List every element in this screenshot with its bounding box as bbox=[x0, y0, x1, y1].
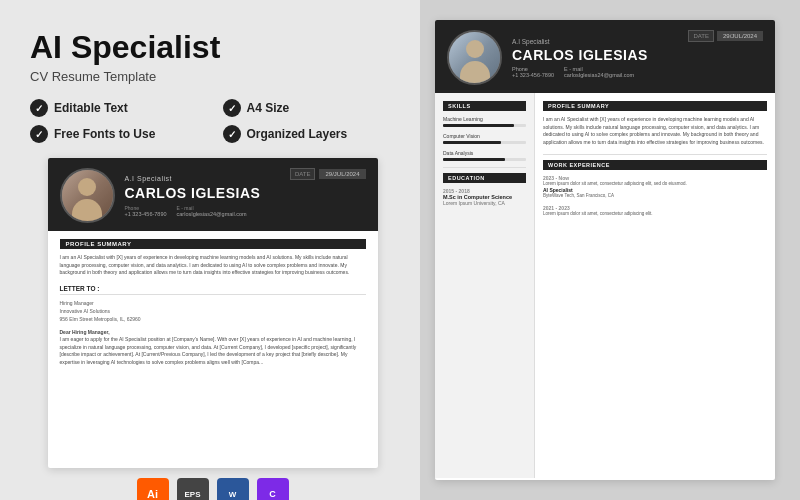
skill-cv-bar-fill bbox=[443, 141, 501, 144]
cvr-email: E - mail carlosIglesias24@gmail.com bbox=[564, 66, 634, 78]
tool-icons-row: Ai EPS W C bbox=[30, 478, 395, 500]
skill-da-bar-fill bbox=[443, 158, 505, 161]
cvr-date-label: DATE bbox=[688, 30, 714, 42]
profile-text: I am an AI Specialist with [X] years of … bbox=[60, 254, 366, 277]
skill-ml-bar-fill bbox=[443, 124, 514, 127]
cvr-profile-text: I am an AI Specialist with [X] years of … bbox=[543, 116, 767, 146]
avatar-image bbox=[62, 170, 113, 221]
cv-date-area: DATE 29/JUL/2024 bbox=[290, 168, 366, 180]
work-title: WORK EXPERIENCE bbox=[543, 160, 767, 170]
cvr-phone: Phone +1 323-456-7890 bbox=[512, 66, 554, 78]
cvr-avatar-image bbox=[449, 32, 500, 83]
feature-free-fonts: ✓ Free Fonts to Use bbox=[30, 125, 203, 143]
skill-cv-bar-bg bbox=[443, 141, 526, 144]
skill-ml: Machine Learning bbox=[443, 116, 526, 127]
page-title: AI Specialist bbox=[30, 30, 395, 65]
cv-preview-left: A.I Specialist CARLOS IGLESIAS Phone +1 … bbox=[48, 158, 378, 468]
cv-contact: Phone +1 323-456-7890 E - mail carlosIgl… bbox=[125, 205, 366, 217]
cvr-header: A.I Specialist CARLOS IGLESIAS Phone +1 … bbox=[435, 20, 775, 93]
cv-header: A.I Specialist CARLOS IGLESIAS Phone +1 … bbox=[48, 158, 378, 231]
cvr-main-content: PROFILE SUMMARY I am an AI Specialist wi… bbox=[535, 93, 775, 478]
feature-a4-size: ✓ A4 Size bbox=[223, 99, 396, 117]
feature-label-fonts: Free Fonts to Use bbox=[54, 127, 155, 141]
cvr-date-area: DATE 29/JUL/2024 bbox=[688, 30, 763, 42]
tool-canva-icon: C bbox=[257, 478, 289, 500]
skill-cv-name: Computer Vision bbox=[443, 133, 526, 139]
education-title: EDUCATION bbox=[443, 173, 526, 183]
feature-editable-text: ✓ Editable Text bbox=[30, 99, 203, 117]
skill-ml-name: Machine Learning bbox=[443, 116, 526, 122]
title-section: AI Specialist CV Resume Template bbox=[30, 30, 395, 84]
left-panel: AI Specialist CV Resume Template ✓ Edita… bbox=[0, 0, 420, 500]
cv-header-text: A.I Specialist CARLOS IGLESIAS Phone +1 … bbox=[125, 175, 366, 217]
letter-body: Dear Hiring Manager, I am eager to apply… bbox=[60, 329, 366, 367]
cvr-contact: Phone +1 323-456-7890 E - mail carlosIgl… bbox=[512, 66, 763, 78]
work-company-0: ByteWave Tech, San Francisco, CA bbox=[543, 193, 767, 199]
tool-eps-icon: EPS bbox=[177, 478, 209, 500]
cvr-header-info: A.I Specialist CARLOS IGLESIAS Phone +1 … bbox=[512, 38, 763, 78]
feature-organized-layers: ✓ Organized Layers bbox=[223, 125, 396, 143]
letter-address: Hiring ManagerInnovative AI Solutions956… bbox=[60, 299, 366, 323]
skills-title: SKILLS bbox=[443, 101, 526, 111]
feature-label-layers: Organized Layers bbox=[247, 127, 348, 141]
letter-section: LETTER TO : Hiring ManagerInnovative AI … bbox=[60, 285, 366, 367]
check-icon-fonts: ✓ bbox=[30, 125, 48, 143]
features-grid: ✓ Editable Text ✓ A4 Size ✓ Free Fonts t… bbox=[30, 99, 395, 143]
cv-email: E - mail carlosIglesias24@gmail.com bbox=[177, 205, 247, 217]
feature-label-a4: A4 Size bbox=[247, 101, 290, 115]
cvr-phone-label: Phone bbox=[512, 66, 528, 72]
tool-illustrator-icon: Ai bbox=[137, 478, 169, 500]
work-item-0: 2023 - Now Lorem ipsum dolor sit amet, c… bbox=[543, 175, 767, 200]
page-subtitle: CV Resume Template bbox=[30, 69, 395, 84]
cvr-body: SKILLS Machine Learning Computer Vision bbox=[435, 93, 775, 478]
check-icon-editable: ✓ bbox=[30, 99, 48, 117]
cv-body: PROFILE SUMMARY I am an AI Specialist wi… bbox=[48, 231, 378, 374]
phone-label: Phone bbox=[125, 205, 139, 211]
cv-phone: Phone +1 323-456-7890 bbox=[125, 205, 167, 217]
edu-school: Lorem Ipsum University, CA bbox=[443, 200, 526, 206]
check-icon-layers: ✓ bbox=[223, 125, 241, 143]
edu-item-0: 2015 - 2018 M.Sc in Computer Science Lor… bbox=[443, 188, 526, 206]
skill-ml-bar-bg bbox=[443, 124, 526, 127]
skill-da-bar-bg bbox=[443, 158, 526, 161]
skill-da-name: Data Analysis bbox=[443, 150, 526, 156]
divider bbox=[443, 167, 526, 168]
cvr-avatar bbox=[447, 30, 502, 85]
cvr-date-value: 29/JUL/2024 bbox=[717, 31, 763, 41]
main-divider bbox=[543, 154, 767, 155]
feature-label-editable: Editable Text bbox=[54, 101, 128, 115]
email-label: E - mail bbox=[177, 205, 194, 211]
letter-title: LETTER TO : bbox=[60, 285, 366, 295]
date-value: 29/JUL/2024 bbox=[319, 169, 365, 179]
profile-section-title: PROFILE SUMMARY bbox=[60, 239, 366, 249]
right-panel: A.I Specialist CARLOS IGLESIAS Phone +1 … bbox=[420, 0, 800, 500]
work-desc-1: Lorem ipsum dolor sit amet, consectetur … bbox=[543, 211, 767, 217]
date-label: DATE bbox=[290, 168, 316, 180]
cvr-sidebar: SKILLS Machine Learning Computer Vision bbox=[435, 93, 535, 478]
check-icon-a4: ✓ bbox=[223, 99, 241, 117]
cvr-profile-title: PROFILE SUMMARY bbox=[543, 101, 767, 111]
cv-preview-right: A.I Specialist CARLOS IGLESIAS Phone +1 … bbox=[435, 20, 775, 480]
avatar bbox=[60, 168, 115, 223]
cvr-email-label: E - mail bbox=[564, 66, 583, 72]
work-item-1: 2021 - 2023 Lorem ipsum dolor sit amet, … bbox=[543, 205, 767, 217]
cv-name: CARLOS IGLESIAS bbox=[125, 185, 366, 202]
skill-da: Data Analysis bbox=[443, 150, 526, 161]
cvr-name: CARLOS IGLESIAS bbox=[512, 47, 763, 63]
skill-cv: Computer Vision bbox=[443, 133, 526, 144]
main-container: AI Specialist CV Resume Template ✓ Edita… bbox=[0, 0, 800, 500]
tool-word-icon: W bbox=[217, 478, 249, 500]
